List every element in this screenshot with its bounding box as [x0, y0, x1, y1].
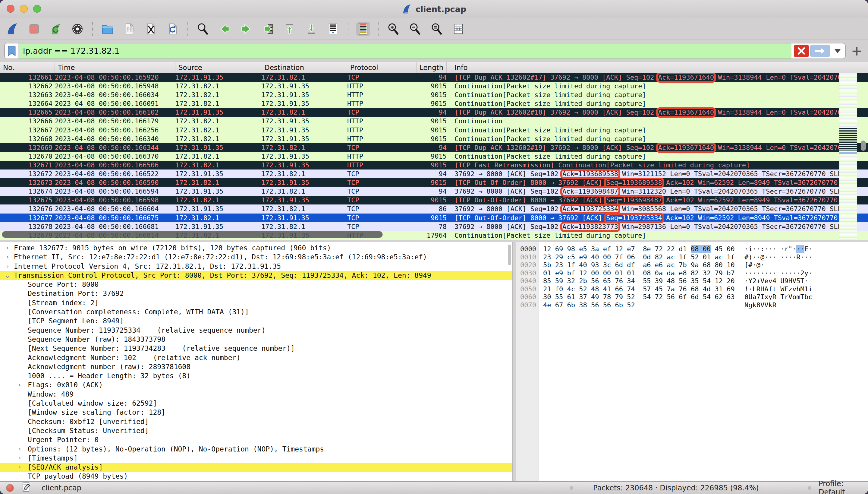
detail-row[interactable]: [Next Sequence Number: 1193734283 (relat… — [0, 344, 512, 353]
add-filter-button[interactable]: + — [851, 45, 862, 57]
expander-chevron-icon[interactable]: › — [18, 463, 21, 472]
detail-row[interactable]: Sequence Number: 1193725334 (relative se… — [0, 326, 512, 335]
capture-options-icon[interactable] — [71, 22, 84, 36]
detail-row[interactable]: Acknowledgment Number: 102 (relative ack… — [0, 353, 512, 362]
go-forward-icon[interactable] — [239, 22, 253, 36]
packet-row-132667[interactable]: 1326672023-04-08 00:50:00.166256172.31.8… — [0, 126, 868, 134]
go-back-icon[interactable] — [218, 22, 232, 36]
zoom-out-icon[interactable] — [408, 22, 422, 36]
column-header-source[interactable]: Source — [175, 62, 261, 73]
hex-bytes[interactable]: 4e 67 6b 38 56 56 6b 52 — [543, 301, 635, 309]
detail-row[interactable]: [Conversation completeness: Complete, WI… — [0, 307, 512, 316]
detail-row[interactable]: ›Frame 132677: 9015 bytes on wire (72120… — [0, 243, 512, 252]
hex-row-0060[interactable]: 006030 55 61 37 49 78 79 52 54 72 56 6f … — [516, 293, 868, 301]
packet-row-132677[interactable]: 1326772023-04-08 00:50:00.166675172.31.8… — [0, 213, 868, 222]
detail-row[interactable]: ›Ethernet II, Src: 12:e7:8e:72:22:d1 (12… — [0, 252, 512, 262]
detail-row[interactable]: [Stream index: 2] — [0, 298, 512, 307]
display-filter-input[interactable]: ip.addr == 172.31.82.1 — [19, 43, 791, 58]
close-file-icon[interactable] — [144, 22, 158, 36]
auto-scroll-icon[interactable] — [326, 22, 340, 36]
packet-row-132672[interactable]: 1326722023-04-08 00:50:00.166522172.31.9… — [0, 170, 868, 178]
column-header-destination[interactable]: Destination — [261, 62, 347, 73]
packet-row-132668[interactable]: 1326682023-04-08 00:50:00.166340172.31.8… — [0, 134, 868, 143]
packet-row-132675[interactable]: 1326752023-04-08 00:50:00.166598172.31.8… — [0, 196, 868, 205]
hex-bytes[interactable]: 12 69 98 e5 3a ef 12 e7 8e 72 22 d1 08 0… — [543, 245, 735, 253]
go-last-icon[interactable] — [304, 22, 318, 36]
packet-row-132664[interactable]: 1326642023-04-08 00:50:00.166091172.31.8… — [0, 99, 868, 108]
hex-bytes[interactable]: 23 29 c5 e9 40 00 7f 06 0d 82 ac 1f 52 0… — [543, 253, 735, 262]
go-to-packet-icon[interactable] — [261, 22, 275, 36]
packet-row-132678[interactable]: 1326782023-04-08 00:50:00.166681172.31.9… — [0, 222, 868, 231]
packet-row-132673[interactable]: 1326732023-04-08 00:50:00.166590172.31.8… — [0, 178, 868, 187]
expander-chevron-icon[interactable]: ⌄ — [5, 271, 9, 280]
detail-row[interactable]: [Checksum Status: Unverified] — [0, 426, 512, 435]
detail-row[interactable]: 1000 .... = Header Length: 32 bytes (8) — [0, 371, 512, 380]
expander-chevron-icon[interactable]: › — [5, 252, 9, 262]
hex-ascii[interactable]: [#·@· — [745, 261, 764, 269]
detail-row[interactable]: TCP payload (8949 bytes) — [0, 472, 512, 481]
hex-ascii[interactable]: ·i··:··· ·r"···E· — [745, 245, 812, 253]
colorize-icon[interactable] — [356, 22, 370, 36]
column-header-length[interactable]: Length — [416, 62, 447, 73]
detail-row[interactable]: ›[Timestamps] — [0, 454, 512, 463]
hex-ascii[interactable]: 0Ua7IxyR TrVomTbc — [745, 293, 812, 301]
filter-dropdown-caret[interactable] — [834, 49, 841, 53]
detail-row[interactable]: Urgent Pointer: 0 — [0, 435, 512, 444]
hex-ascii[interactable]: ········ ·····2y· — [745, 269, 812, 278]
detail-row[interactable]: ›[SEQ/ACK analysis] — [0, 463, 512, 472]
detail-hex-divider[interactable] — [512, 242, 516, 481]
detail-row[interactable]: Destination Port: 37692 — [0, 289, 512, 298]
expert-info-icon[interactable] — [6, 484, 14, 492]
packet-row-132676[interactable]: 1326762023-04-08 00:50:00.166604172.31.9… — [0, 205, 868, 213]
hex-row-0030[interactable]: 003001 e9 bf 12 00 00 01 01 08 0a da e8 … — [516, 269, 868, 278]
zoom-original-icon[interactable] — [430, 22, 443, 36]
packet-row-132671[interactable]: 1326712023-04-08 00:50:00.166506172.31.8… — [0, 161, 868, 170]
pane-splitter[interactable] — [0, 240, 868, 242]
hex-ascii[interactable]: ·Y2+Vev4 U9HV5T· — [745, 277, 812, 285]
packet-row-132662[interactable]: 1326622023-04-08 00:50:00.165948172.31.8… — [0, 82, 868, 91]
hex-bytes[interactable]: 01 e9 bf 12 00 00 01 01 08 0a da e8 82 3… — [543, 269, 735, 278]
apply-filter-button[interactable] — [810, 45, 830, 57]
column-header-no[interactable]: No. — [0, 62, 55, 73]
hex-row-0010[interactable]: 001023 29 c5 e9 40 00 7f 06 0d 82 ac 1f … — [516, 253, 868, 262]
zoom-in-icon[interactable] — [387, 22, 400, 36]
detail-row[interactable]: Sequence Number (raw): 1843373798 — [0, 335, 512, 344]
open-file-icon[interactable] — [101, 22, 115, 36]
hex-row-0000[interactable]: 000012 69 98 e5 3a ef 12 e7 8e 72 22 d1 … — [516, 245, 868, 253]
packet-row-132665[interactable]: 1326652023-04-08 00:50:00.166102172.31.9… — [0, 108, 868, 117]
column-header-time[interactable]: Time — [55, 62, 175, 73]
hex-row-0040[interactable]: 004085 59 32 2b 56 65 76 34 55 39 48 56 … — [516, 277, 868, 285]
packet-row-132669[interactable]: 1326692023-04-08 00:50:00.166344172.31.9… — [0, 143, 868, 152]
hex-bytes[interactable]: 85 59 32 2b 56 65 76 34 55 39 48 56 35 5… — [543, 277, 735, 285]
stop-capture-icon[interactable] — [27, 22, 41, 36]
detail-row[interactable]: ›Internet Protocol Version 4, Src: 172.3… — [0, 262, 512, 271]
detail-row[interactable]: Checksum: 0xbf12 [unverified] — [0, 417, 512, 426]
expander-chevron-icon[interactable]: › — [18, 454, 21, 463]
hex-ascii[interactable]: #)··@··· ····R··· — [745, 253, 812, 262]
detail-row[interactable]: [TCP Segment Len: 8949] — [0, 316, 512, 325]
hex-row-0020[interactable]: 00205b 23 1f 40 93 3c 6d df a6 e6 ac 7b … — [516, 261, 868, 269]
intelligent-scrollbar-minimap[interactable] — [839, 73, 857, 239]
packet-row-132661[interactable]: 1326612023-04-08 00:50:00.165920172.31.9… — [0, 73, 868, 82]
detail-row[interactable]: [Calculated window size: 62592] — [0, 399, 512, 408]
clear-filter-button[interactable] — [794, 45, 809, 57]
column-header-protocol[interactable]: Protocol — [347, 62, 416, 73]
hex-ascii[interactable]: !·LRHAft WEzvhM1i — [745, 285, 812, 293]
hex-bytes[interactable]: 30 55 61 37 49 78 79 52 54 72 56 6f 6d 5… — [543, 293, 735, 301]
column-header-info[interactable]: Info — [447, 62, 868, 73]
expander-chevron-icon[interactable]: › — [18, 380, 21, 390]
capture-comment-icon[interactable] — [22, 482, 31, 494]
status-profile[interactable]: Profile: Default — [818, 479, 868, 494]
hex-row-0070[interactable]: 00704e 67 6b 38 56 56 6b 52Ngk8VVkR — [516, 301, 868, 309]
go-first-icon[interactable] — [283, 22, 297, 36]
filter-bookmark-icon[interactable] — [5, 43, 19, 58]
save-file-icon[interactable]: 0101001101 — [122, 22, 136, 36]
vertical-scrollbar-thumb[interactable] — [861, 140, 866, 151]
detail-row[interactable]: [Window size scaling factor: 128] — [0, 408, 512, 417]
detail-row[interactable]: Acknowledgment number (raw): 2893781608 — [0, 362, 512, 371]
restart-capture-icon[interactable] — [49, 22, 63, 36]
resize-columns-icon[interactable] — [452, 22, 465, 36]
detail-row[interactable]: Window: 489 — [0, 390, 512, 399]
display-filter-field[interactable]: ip.addr == 172.31.82.1 — [4, 43, 846, 59]
packet-row-132666[interactable]: 1326662023-04-08 00:50:00.166179172.31.8… — [0, 117, 868, 126]
